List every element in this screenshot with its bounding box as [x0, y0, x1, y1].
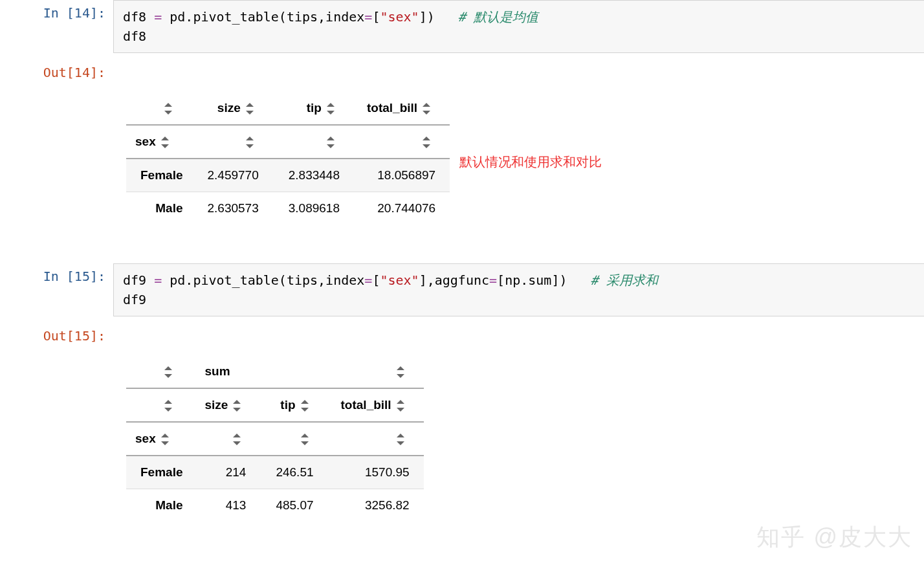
col-total-bill[interactable]: total_bill	[354, 92, 450, 125]
sort-icon[interactable]	[161, 137, 169, 148]
code-line-2: df9	[123, 290, 915, 309]
output-area-14: size tip total_bill sex Female 2.459770 …	[0, 92, 924, 225]
sort-icon[interactable]	[301, 434, 309, 445]
in-prompt: In [14]:	[0, 0, 113, 53]
index-name[interactable]: sex	[126, 422, 192, 456]
cell-value: 18.056897	[354, 159, 450, 192]
sort-icon[interactable]	[327, 103, 335, 115]
col-size[interactable]: size	[192, 92, 272, 125]
out-prompt: Out[14]:	[0, 60, 113, 85]
row-index: Male	[126, 489, 192, 522]
code-line-2: df8	[123, 27, 915, 46]
cell-value: 20.744076	[354, 192, 450, 225]
row-index: Female	[126, 159, 192, 192]
output-prompt-row-15: Out[15]:	[0, 323, 924, 349]
code-line-1: df8 = pd.pivot_table(tips,index=["sex"])…	[123, 7, 915, 27]
output-area-15: sum size tip total_bill sex Female 214	[0, 355, 924, 522]
column-header-row: size tip total_bill	[126, 92, 450, 125]
index-name[interactable]: sex	[126, 125, 192, 159]
sort-icon[interactable]	[301, 400, 309, 412]
dataframe-table-15: sum size tip total_bill sex Female 214	[126, 355, 424, 522]
watermark: 知乎 @皮大大	[756, 522, 912, 553]
cell-value: 1570.95	[328, 456, 424, 489]
sort-icon[interactable]	[164, 103, 172, 115]
sort-icon[interactable]	[246, 137, 254, 148]
input-cell-14: In [14]: df8 = pd.pivot_table(tips,index…	[0, 0, 924, 53]
sort-icon[interactable]	[423, 103, 430, 115]
sort-icon[interactable]	[164, 400, 172, 412]
code-input[interactable]: df8 = pd.pivot_table(tips,index=["sex"])…	[113, 0, 924, 53]
sort-icon[interactable]	[397, 434, 404, 445]
cell-value: 214	[192, 456, 260, 489]
sort-icon[interactable]	[164, 366, 172, 378]
table-row: Male 2.630573 3.089618 20.744076	[126, 192, 450, 225]
sort-icon[interactable]	[397, 400, 404, 412]
output-prompt-row-14: Out[14]:	[0, 60, 924, 85]
row-index: Male	[126, 192, 192, 225]
code-input[interactable]: df9 = pd.pivot_table(tips,index=["sex"],…	[113, 263, 924, 316]
cell-value: 2.459770	[192, 159, 272, 192]
col-tip[interactable]: tip	[273, 92, 354, 125]
in-prompt: In [15]:	[0, 263, 113, 316]
col-size[interactable]: size	[192, 388, 260, 422]
input-cell-15: In [15]: df9 = pd.pivot_table(tips,index…	[0, 263, 924, 316]
sort-icon[interactable]	[233, 400, 241, 412]
sort-icon[interactable]	[327, 137, 335, 148]
cell-value: 2.630573	[192, 192, 272, 225]
sort-icon[interactable]	[233, 434, 241, 445]
dataframe-table-14: size tip total_bill sex Female 2.459770 …	[126, 92, 450, 225]
col-total-bill[interactable]: total_bill	[328, 388, 424, 422]
index-header-row: sex	[126, 422, 424, 456]
sort-icon[interactable]	[423, 137, 430, 148]
blank-header[interactable]	[126, 92, 192, 125]
cell-value: 485.07	[260, 489, 327, 522]
sort-icon[interactable]	[397, 366, 404, 378]
super-col-sum[interactable]: sum	[192, 355, 260, 388]
sort-icon[interactable]	[161, 434, 169, 445]
index-header-row: sex	[126, 125, 450, 159]
cell-value: 3256.82	[328, 489, 424, 522]
col-tip[interactable]: tip	[260, 388, 327, 422]
cell-value: 413	[192, 489, 260, 522]
sort-icon[interactable]	[246, 103, 254, 115]
annotation-text: 默认情况和使用求和对比	[459, 153, 602, 171]
cell-value: 246.51	[260, 456, 327, 489]
code-line-1: df9 = pd.pivot_table(tips,index=["sex"],…	[123, 270, 915, 290]
table-row: Female 214 246.51 1570.95	[126, 456, 424, 489]
out-prompt: Out[15]:	[0, 323, 113, 349]
table-row: Female 2.459770 2.833448 18.056897	[126, 159, 450, 192]
row-index: Female	[126, 456, 192, 489]
cell-value: 3.089618	[273, 192, 354, 225]
table-row: Male 413 485.07 3256.82	[126, 489, 424, 522]
super-header-row: sum	[126, 355, 424, 388]
cell-value: 2.833448	[273, 159, 354, 192]
column-header-row: size tip total_bill	[126, 388, 424, 422]
